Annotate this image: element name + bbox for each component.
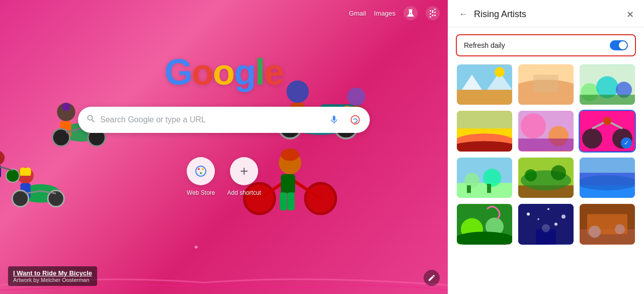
svg-point-46 xyxy=(196,166,206,176)
labs-icon[interactable] xyxy=(404,6,418,20)
newtab-nav: Gmail Images xyxy=(341,0,448,26)
lens-search-button[interactable] xyxy=(347,111,364,128)
thumb-image-9 xyxy=(580,158,635,198)
thumbnail-6[interactable]: ✓ xyxy=(579,110,636,152)
thumbnail-4[interactable] xyxy=(456,110,513,152)
svg-point-98 xyxy=(547,208,549,210)
thumb-image-3 xyxy=(580,64,635,105)
thumb-image-5 xyxy=(518,111,574,151)
svg-point-49 xyxy=(200,172,202,174)
svg-point-100 xyxy=(537,218,539,220)
svg-point-80 xyxy=(483,169,501,187)
refresh-daily-row: Refresh daily xyxy=(456,34,636,56)
thumbnails-scroll: ✓ xyxy=(448,63,644,294)
thumbnail-10[interactable] xyxy=(456,203,513,245)
artwork-title: I Want to Ride My Bicycle xyxy=(13,269,92,277)
panel-header: ← Rising Artists ✕ xyxy=(448,0,644,27)
refresh-daily-label: Refresh daily xyxy=(464,41,505,49)
panel-title: Rising Artists xyxy=(474,9,526,20)
thumb-image-11 xyxy=(518,204,574,244)
search-icon xyxy=(86,114,96,126)
svg-point-107 xyxy=(589,226,601,238)
add-shortcut-icon: + xyxy=(230,157,258,185)
thumb-image-2 xyxy=(518,64,574,105)
svg-rect-51 xyxy=(457,90,512,105)
add-shortcut[interactable]: + Add shortcut xyxy=(227,157,261,196)
gmail-link[interactable]: Gmail xyxy=(349,10,366,17)
svg-point-103 xyxy=(542,225,550,233)
thumbnail-12[interactable] xyxy=(579,203,636,245)
thumbnail-7[interactable] xyxy=(456,157,513,199)
thumbnail-1[interactable] xyxy=(456,63,513,106)
svg-point-99 xyxy=(561,215,566,219)
thumbnail-2[interactable] xyxy=(517,63,575,106)
search-bar-container xyxy=(78,107,370,133)
svg-point-68 xyxy=(521,114,546,139)
svg-point-86 xyxy=(525,169,537,181)
back-button[interactable]: ← xyxy=(458,8,469,21)
svg-point-72 xyxy=(582,129,602,149)
svg-point-47 xyxy=(198,168,200,170)
svg-point-65 xyxy=(457,141,512,152)
voice-search-button[interactable] xyxy=(326,111,343,128)
webstore-label: Web Store xyxy=(187,189,215,196)
svg-rect-57 xyxy=(533,75,558,92)
svg-rect-81 xyxy=(467,185,471,193)
background xyxy=(0,0,448,294)
svg-point-76 xyxy=(603,117,611,125)
close-button[interactable]: ✕ xyxy=(626,9,634,20)
webstore-icon xyxy=(187,157,215,185)
webstore-shortcut[interactable]: Web Store xyxy=(187,157,215,196)
thumbnail-5[interactable] xyxy=(517,110,575,152)
shortcuts-row: Web Store + Add shortcut xyxy=(187,157,261,196)
add-shortcut-label: Add shortcut xyxy=(227,189,261,196)
thumbnail-3[interactable] xyxy=(579,63,636,106)
toggle-knob xyxy=(619,41,627,49)
svg-rect-78 xyxy=(457,183,512,198)
artwork-author: Artwork by Melcher Oosterman xyxy=(13,277,92,283)
search-input[interactable] xyxy=(100,115,321,124)
svg-rect-82 xyxy=(487,184,491,193)
svg-point-54 xyxy=(495,67,505,77)
thumb-image-8 xyxy=(518,158,574,198)
svg-rect-90 xyxy=(580,158,635,173)
thumbnails-grid: ✓ xyxy=(456,63,636,246)
thumbnail-9[interactable] xyxy=(579,157,636,199)
svg-point-101 xyxy=(554,223,557,226)
refresh-daily-toggle[interactable] xyxy=(610,40,628,50)
google-logo: Google xyxy=(165,51,283,93)
svg-point-95 xyxy=(457,232,512,245)
thumbnail-11[interactable] xyxy=(517,203,575,245)
artwork-credit[interactable]: I Want to Ride My Bicycle Artwork by Mel… xyxy=(8,266,97,286)
thumbnail-8[interactable] xyxy=(517,157,575,199)
svg-point-91 xyxy=(580,175,635,190)
svg-rect-66 xyxy=(457,111,512,129)
customize-button[interactable] xyxy=(424,270,440,286)
svg-point-97 xyxy=(527,213,530,216)
search-bar xyxy=(78,107,370,133)
thumb-image-7 xyxy=(457,158,512,198)
newtab-page: ✦ ✦ ✦ Gmail Images Google xyxy=(0,0,448,294)
thumb-image-4 xyxy=(457,111,512,151)
apps-icon[interactable] xyxy=(426,6,440,20)
svg-point-87 xyxy=(551,165,566,180)
images-link[interactable]: Images xyxy=(374,10,395,17)
svg-rect-70 xyxy=(518,139,574,152)
svg-point-108 xyxy=(615,225,625,235)
thumb-image-10 xyxy=(457,204,512,244)
panel-header-left: ← Rising Artists xyxy=(458,8,526,21)
thumb-selected-check: ✓ xyxy=(621,137,632,149)
thumb-image-12 xyxy=(580,204,635,244)
svg-point-48 xyxy=(202,168,204,170)
thumb-image-1 xyxy=(457,64,512,105)
svg-rect-62 xyxy=(580,95,635,105)
customize-chrome-panel: ← Rising Artists ✕ Refresh daily xyxy=(448,0,644,294)
svg-point-79 xyxy=(464,173,479,188)
